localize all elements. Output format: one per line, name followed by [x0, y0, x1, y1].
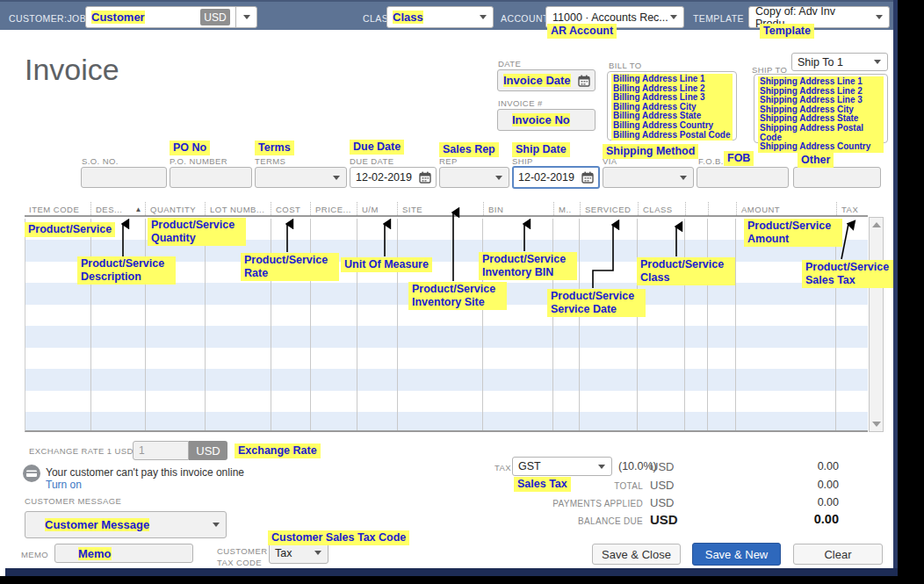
- sales-rep-annotation: Sales Rep: [439, 142, 499, 157]
- column-header-bin: BIN: [483, 202, 553, 215]
- column-header-class: CLASS: [638, 202, 685, 215]
- save-new-button[interactable]: Save & New: [692, 543, 781, 566]
- column-header-m: M..: [553, 202, 580, 215]
- account-value: 11000 · Accounts Rec...: [552, 11, 668, 24]
- fob-annotation: FOB: [724, 151, 754, 166]
- payments-applied-label: PAYMENTS APPLIED: [494, 499, 643, 508]
- so-no-field[interactable]: [81, 167, 167, 188]
- scroll-down-icon[interactable]: [870, 417, 883, 431]
- chevron-down-icon: [314, 551, 321, 555]
- invoice-number-field[interactable]: Invoice No: [497, 109, 596, 131]
- ship-to-lines: Shipping Address Line 1Shipping Address …: [758, 76, 884, 153]
- template-label: TEMPLATE: [693, 13, 744, 24]
- template-annotation: Template: [760, 24, 814, 39]
- combo-divider: [235, 7, 236, 27]
- ship-date-annotation: Ship Date: [512, 142, 570, 157]
- bill-to-label: BILL TO: [609, 61, 641, 70]
- sales-tax-annotation: Sales Tax: [514, 477, 571, 492]
- column-header-price: PRICE...: [310, 202, 357, 215]
- column-header-blank2: [708, 202, 736, 215]
- column-header-description: DES...▲: [90, 202, 145, 215]
- exchange-rate-label: EXCHANGE RATE 1 USD =: [29, 446, 141, 456]
- ship-date-field[interactable]: 12-02-2019: [512, 166, 600, 189]
- chevron-down-icon: [680, 176, 687, 180]
- invoice-window-screenshot: CUSTOMER:JOB Customer USD CLASS Class AC…: [0, 0, 924, 584]
- sort-asc-icon[interactable]: ▲: [135, 205, 142, 213]
- ship-to-selector[interactable]: Ship To 1: [791, 53, 888, 71]
- tax-label: TAX: [494, 463, 511, 472]
- page-title: Invoice: [25, 53, 119, 87]
- window-border: [5, 568, 898, 576]
- currency-badge: USD: [200, 9, 230, 25]
- customer-job-combo[interactable]: Customer USD: [85, 6, 257, 28]
- calendar-icon[interactable]: [419, 171, 431, 184]
- column-header-amount: AMOUNT: [736, 202, 836, 215]
- payments-amount: 0.00: [705, 496, 839, 508]
- chevron-down-icon: [213, 523, 220, 527]
- other-annotation: Other: [798, 153, 834, 168]
- exchange-rate-annotation: Exchange Rate: [235, 443, 321, 458]
- payments-currency: USD: [650, 496, 674, 509]
- class-combo[interactable]: Class: [386, 6, 494, 28]
- fob-field[interactable]: [697, 167, 789, 188]
- terms-combo[interactable]: [255, 167, 347, 188]
- total-amount: 0.00: [705, 479, 839, 491]
- po-number-label: P.O. NUMBER: [170, 156, 227, 166]
- customer-job-label: CUSTOMER:JOB: [9, 13, 86, 24]
- chevron-down-icon: [874, 60, 881, 64]
- bill-to-lines: Billing Address Line 1Billing Address Li…: [611, 74, 733, 141]
- exchange-rate-field[interactable]: 1: [133, 441, 189, 460]
- terms-annotation: Terms: [255, 141, 294, 155]
- product-service-annotation: Product/Service: [25, 222, 115, 237]
- ship-to-box[interactable]: Shipping Address Line 1Shipping Address …: [754, 74, 888, 143]
- calendar-icon[interactable]: [578, 75, 590, 87]
- line-items-grid[interactable]: [25, 219, 868, 432]
- due-date-field[interactable]: 12-02-2019: [350, 167, 437, 188]
- scroll-up-icon[interactable]: [870, 218, 883, 232]
- clear-button[interactable]: Clear: [793, 544, 883, 565]
- fob-label: F.O.B.: [698, 156, 724, 166]
- table-header-row[interactable]: ITEM CODE DES...▲ QUANTITY LOT NUMB... C…: [25, 202, 868, 217]
- po-number-field[interactable]: [170, 167, 252, 188]
- via-combo[interactable]: [603, 167, 694, 188]
- balance-amount: 0.00: [705, 512, 839, 526]
- chevron-down-icon: [598, 465, 605, 469]
- customer-tax-code-value: Tax: [275, 547, 292, 559]
- column-header-blank1: [685, 202, 708, 215]
- inventory-bin-annotation: Product/Service Inventory BIN: [479, 252, 577, 280]
- other-field[interactable]: [793, 167, 881, 188]
- save-close-button[interactable]: Save & Close: [592, 544, 681, 565]
- ship-label: SHIP: [512, 156, 533, 166]
- chevron-down-icon[interactable]: [243, 15, 250, 19]
- memo-field[interactable]: Memo: [54, 544, 193, 563]
- calendar-icon[interactable]: [581, 171, 594, 184]
- customer-message-label: CUSTOMER MESSAGE: [25, 496, 121, 506]
- tax-amount: 0.00: [705, 460, 839, 472]
- tax-value: GST: [518, 460, 541, 472]
- tax-combo[interactable]: GST: [512, 457, 612, 476]
- exchange-currency-button[interactable]: USD: [189, 441, 227, 460]
- sales-tax-column-annotation: Product/Service Sales Tax: [802, 260, 893, 288]
- customer-message-value: Customer Message: [45, 518, 149, 531]
- total-currency: USD: [650, 479, 674, 492]
- column-header-item-code: ITEM CODE: [25, 202, 90, 215]
- payment-notice: Your customer can't pay this invoice onl…: [46, 466, 244, 479]
- customer-sales-tax-annotation: Customer Sales Tax Code: [268, 530, 409, 545]
- customer-tax-code-combo[interactable]: Tax: [269, 542, 328, 564]
- ship-to-selected: Ship To 1: [798, 56, 843, 68]
- payment-icon: [23, 465, 40, 482]
- customer-tax-code-label: CUSTOMER TAX CODE: [217, 546, 267, 567]
- chevron-down-icon: [876, 15, 883, 19]
- customer-message-combo[interactable]: Customer Message: [25, 511, 227, 538]
- bill-to-box[interactable]: Billing Address Line 1Billing Address Li…: [607, 71, 737, 141]
- vertical-scrollbar[interactable]: [869, 217, 884, 432]
- column-header-lot-number: LOT NUMB...: [205, 202, 271, 215]
- chevron-down-icon: [480, 15, 487, 19]
- turn-on-link[interactable]: Turn on: [46, 479, 82, 491]
- column-header-cost: COST: [271, 202, 310, 215]
- invoice-date-field[interactable]: Invoice Date: [497, 69, 596, 91]
- invoice-number-label: INVOICE #: [498, 98, 543, 108]
- due-date-label: DUE DATE: [350, 156, 394, 166]
- column-header-quantity: QUANTITY: [145, 202, 205, 215]
- rep-combo[interactable]: [439, 167, 509, 188]
